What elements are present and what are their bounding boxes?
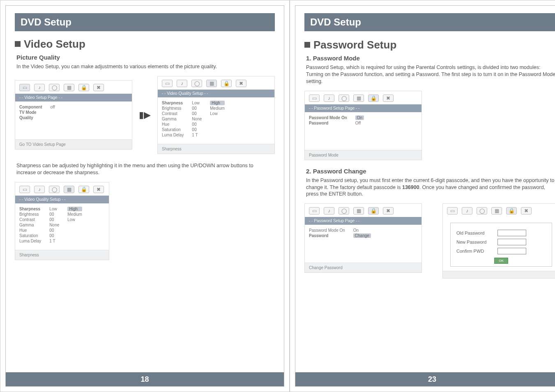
shot2-footer: Sharpness — [158, 144, 274, 154]
screenshot-video-setup: ▭ ♪ ◯ ▦ 🔒 ✖ - - Video Setup Page - - Com… — [15, 80, 132, 150]
v3b: 00 — [49, 212, 59, 217]
va-a: On — [355, 115, 364, 120]
l3a: Sharpness — [19, 207, 41, 211]
band-video-quality: - - Video Quality Setup - - — [158, 90, 274, 97]
section-title-text: Video Setup — [24, 38, 85, 50]
input-confirm-password[interactable] — [497, 248, 526, 254]
lbl-saturation: Saturation — [162, 127, 184, 132]
tab-exit-icon: ✖ — [521, 207, 532, 214]
tab-general-icon: ▭ — [309, 207, 320, 214]
shot3-opts: High Medium Low — [67, 207, 82, 243]
o3a: High — [67, 207, 82, 211]
password-entry-dialog: ▭ ♪ ◯ ▦ 🔒 ✖ Old Password New Password — [442, 203, 555, 279]
o3b: Medium — [67, 212, 82, 217]
page-left: DVD Setup Video Setup Picture Quality In… — [0, 0, 290, 392]
screenshot-video-quality-2: ▭ ♪ ◯ ▦ 🔒 ✖ - - Video Quality Setup - - … — [15, 182, 109, 260]
tab-audio-icon: ♪ — [324, 95, 334, 102]
shot3-labels: Sharpness Brightness Contrast Gamma Hue … — [19, 207, 41, 243]
val-g: 1 T — [192, 133, 202, 137]
l3g: Luma Delay — [19, 239, 41, 243]
tab-video-icon: ▦ — [353, 95, 364, 102]
tab-exit-icon: ✖ — [93, 84, 104, 91]
lbl-contrast: Contrast — [162, 111, 184, 116]
tab-exit-icon: ✖ — [236, 80, 246, 87]
tab-video-icon: ▦ — [491, 207, 502, 214]
l3d: Gamma — [19, 223, 41, 227]
tab-video-icon: ▦ — [64, 84, 74, 91]
shot1-footer: Go TO Video Setup Page — [15, 139, 132, 149]
v3d: None — [49, 223, 59, 227]
input-new-password[interactable] — [497, 239, 526, 245]
shot2-vals: Low 00 00 None 00 00 1 T — [192, 101, 202, 137]
l3c: Contrast — [19, 217, 41, 222]
shot3-body: Sharpness Brightness Contrast Gamma Hue … — [15, 203, 109, 250]
tab-dolby-icon: ◯ — [339, 95, 349, 102]
tab-exit-icon: ✖ — [93, 186, 104, 193]
row-new-password: New Password — [456, 239, 546, 245]
title-bar-left: DVD Setup — [15, 13, 275, 31]
shot2-body: Sharpness Brightness Contrast Gamma Hue … — [158, 97, 274, 144]
tab-exit-icon: ✖ — [383, 95, 394, 102]
band-video-setup: - - Video Setup Page - - — [15, 94, 132, 101]
tab-row-b: ▭ ♪ ◯ ▦ 🔒 ✖ — [305, 204, 421, 217]
page-number-right: 23 — [295, 372, 555, 386]
tab-dolby-icon: ◯ — [191, 80, 202, 87]
shot1-vals: off — [51, 105, 55, 133]
shot3-vals: Low 00 00 None 00 00 1 T — [49, 207, 59, 243]
p1-text: Password Setup, which is required for us… — [306, 64, 555, 85]
shot2-labels: Sharpness Brightness Contrast Gamma Hue … — [162, 101, 184, 137]
lbl-old-password: Old Password — [456, 231, 493, 235]
l3b: Brightness — [19, 212, 41, 217]
tab-lock-icon: 🔒 — [368, 207, 379, 214]
va-b: Off — [355, 121, 364, 125]
tab-video-icon: ▦ — [206, 80, 217, 87]
row-confirm-password: Confirm PWD — [456, 248, 546, 254]
tab-dolby-icon: ◯ — [49, 84, 60, 91]
tab-lock-icon: 🔒 — [221, 80, 232, 87]
page-right: DVD Setup Password Setup 1. Password Mod… — [290, 0, 555, 392]
val-e: 00 — [192, 122, 202, 127]
page-right-inner: DVD Setup Password Setup 1. Password Mod… — [295, 5, 555, 387]
lbl-confirm-password: Confirm PWD — [456, 249, 493, 254]
tab-audio-icon: ♪ — [34, 186, 45, 193]
lbl-brightness: Brightness — [162, 106, 184, 111]
tab-general-icon: ▭ — [162, 80, 173, 87]
lbl-lumadelay: Luma Delay — [162, 133, 184, 137]
val-c: 00 — [192, 111, 202, 116]
vb-a: On — [353, 228, 371, 233]
tab-general-icon: ▭ — [19, 186, 30, 193]
tab-lock-icon: 🔒 — [78, 84, 89, 91]
ok-button[interactable]: OK — [494, 258, 508, 264]
screenshot-password-change: ▭ ♪ ◯ ▦ 🔒 ✖ - - Password Setup Page - - … — [304, 203, 422, 273]
shotA-body: Password Mode On Password On Off — [305, 112, 421, 150]
val-b: 00 — [192, 106, 202, 111]
o3c: Low — [67, 217, 82, 222]
opt-high: High — [210, 101, 225, 105]
shot2-opts: High Medium Low — [210, 101, 225, 137]
shot3-footer: Sharpness — [15, 250, 109, 260]
section-title-text-r: Password Setup — [313, 39, 396, 51]
val-off: off — [51, 105, 55, 109]
lbl-hue: Hue — [162, 122, 184, 127]
subtitle-picture-quality: Picture Quality — [16, 54, 275, 61]
l3f: Saturation — [19, 233, 41, 238]
item-tvmode: TV Mode — [19, 110, 42, 115]
la-a: Password Mode On — [309, 115, 347, 120]
tab-lock-icon: 🔒 — [368, 95, 379, 102]
band3: - - Video Quality Setup - - — [15, 196, 109, 203]
tab-exit-icon: ✖ — [383, 207, 394, 214]
p2-text: In the Password setup, you must first en… — [306, 177, 555, 198]
band-a: - - Password Setup Page - - — [305, 104, 421, 112]
input-old-password[interactable] — [497, 230, 526, 236]
shotA-vals: On Off — [355, 115, 364, 143]
tab-general-icon: ▭ — [447, 207, 458, 214]
tab-dolby-icon: ◯ — [477, 207, 487, 214]
shot1-body: Component TV Mode Quality off — [15, 101, 132, 139]
item-quality: Quality — [19, 115, 42, 120]
page-left-inner: DVD Setup Video Setup Picture Quality In… — [5, 5, 284, 387]
tab-audio-icon: ♪ — [177, 80, 187, 87]
section-video-setup: Video Setup — [15, 38, 275, 51]
item-component: Component — [19, 105, 42, 109]
bullet-square-icon — [304, 42, 310, 48]
p2code: 136900 — [402, 184, 419, 190]
